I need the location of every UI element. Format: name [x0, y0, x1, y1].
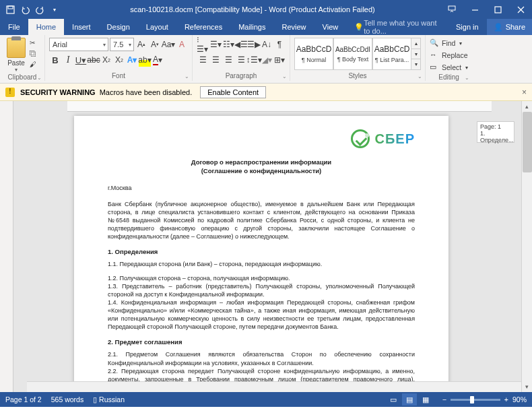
ribbon-group-clipboard: Paste ▾ ✂ ⿻ 🖌 Clipboard [0, 35, 45, 81]
close-icon[interactable] [509, 0, 532, 19]
align-right-icon[interactable]: ☰ [222, 53, 234, 67]
ribbon-group-font: Arial 7.5 A▴ A▾ Aa▾ A B I U▾ abc X2 X2 A… [45, 35, 193, 81]
tab-file[interactable]: File [0, 19, 28, 35]
subscript-button[interactable]: X2 [100, 53, 112, 67]
ribbon-tabs: File Home Insert Design Layout Reference… [0, 19, 532, 35]
font-name-selector[interactable]: Arial [49, 38, 108, 51]
status-page[interactable]: Page 1 of 2 [5, 395, 42, 404]
multilevel-icon[interactable]: ☷▾ [222, 38, 234, 51]
tab-mailings[interactable]: Mailings [230, 19, 273, 35]
style-list-para[interactable]: AaBbCcD ¶ List Para... [372, 38, 411, 70]
grow-font-icon[interactable]: A▴ [135, 38, 147, 51]
numbering-icon[interactable]: ☰▾ [209, 38, 222, 51]
horizontal-ruler[interactable] [67, 101, 492, 112]
minimize-icon[interactable] [463, 0, 486, 19]
font-size-selector[interactable]: 7.5 [110, 38, 134, 51]
vertical-scrollbar[interactable]: ▴ ▾ [521, 101, 532, 392]
style-preview: AaBbCcD [296, 44, 332, 54]
increase-indent-icon[interactable]: ☰▶ [248, 38, 260, 51]
web-layout-icon[interactable]: ▦ [418, 393, 433, 406]
tab-view[interactable]: View [314, 19, 347, 35]
borders-icon[interactable]: ⊞▾ [273, 53, 286, 67]
text-effects-icon[interactable]: A▾ [126, 53, 138, 67]
security-close-icon[interactable]: × [522, 88, 527, 97]
show-marks-icon[interactable]: ¶ [273, 38, 286, 51]
document-area: СБЕР Договор о нераспространении информа… [0, 101, 532, 392]
zoom-level[interactable]: 90% [512, 395, 527, 404]
underline-button[interactable]: U▾ [75, 53, 87, 67]
decrease-indent-icon[interactable]: ◀☰ [235, 38, 247, 51]
copy-icon[interactable]: ⿻ [30, 50, 40, 59]
line-spacing-icon[interactable]: ↕☰▾ [248, 53, 260, 67]
cut-icon[interactable]: ✂ [30, 39, 40, 49]
bold-button[interactable]: B [49, 53, 61, 67]
styles-more-icon[interactable]: ▾ [411, 59, 420, 69]
status-words[interactable]: 565 words [51, 395, 84, 404]
tab-review[interactable]: Review [274, 19, 314, 35]
zoom-out-icon[interactable]: − [442, 395, 446, 404]
find-button[interactable]: 🔍 Find▾ [430, 38, 468, 49]
justify-icon[interactable]: ☰ [235, 53, 247, 67]
document-page[interactable]: СБЕР Договор о нераспространении информа… [74, 116, 448, 392]
sort-icon[interactable]: A↓ [261, 38, 273, 51]
maximize-icon[interactable] [486, 0, 509, 19]
font-color-icon[interactable]: A▾ [152, 53, 164, 67]
italic-button[interactable]: I [62, 53, 74, 67]
tab-references[interactable]: References [176, 19, 230, 35]
security-warning-label: SECURITY WARNING [20, 88, 96, 96]
superscript-button[interactable]: X2 [113, 53, 125, 67]
vertical-ruler[interactable] [0, 101, 13, 392]
shield-warning-icon [5, 88, 15, 97]
print-layout-icon[interactable]: ▤ [402, 393, 417, 406]
zoom-in-icon[interactable]: + [504, 395, 508, 404]
scroll-up-icon[interactable]: ▴ [522, 101, 532, 112]
share-button[interactable]: 👤Share [487, 19, 532, 35]
tab-layout[interactable]: Layout [138, 19, 176, 35]
bullets-icon[interactable]: ⁝☰▾ [197, 38, 209, 51]
ribbon-options-icon[interactable] [440, 0, 463, 19]
qat-more-icon[interactable]: ▾ [48, 3, 61, 15]
clear-formatting-icon[interactable]: A [176, 38, 188, 51]
styles-scroll: ▴ ▾ ▾ [411, 38, 421, 70]
tab-design[interactable]: Design [99, 19, 138, 35]
title-line-2: (Соглашение о конфиденциальности) [108, 167, 415, 176]
style-name: ¶ Normal [302, 57, 326, 63]
style-body-text[interactable]: AaBbCcDdI ¶ Body Text [333, 38, 372, 70]
status-language[interactable]: ▯ Russian [93, 395, 125, 404]
view-buttons: ▭ ▤ ▦ [386, 393, 433, 406]
strikethrough-button[interactable]: abc [88, 53, 100, 67]
save-icon[interactable] [4, 3, 16, 15]
scroll-down-icon[interactable]: ▾ [522, 381, 532, 392]
highlight-icon[interactable]: ab▾ [139, 53, 151, 67]
enable-content-button[interactable]: Enable Content [200, 86, 266, 98]
sber-checkmark-icon [351, 129, 370, 148]
sign-in-link[interactable]: Sign in [448, 19, 487, 35]
horizontal-scrollbar[interactable] [27, 381, 521, 392]
style-normal[interactable]: AaBbCcD ¶ Normal [294, 38, 333, 70]
tell-me-placeholder: Tell me what you want to do... [364, 19, 440, 35]
replace-button[interactable]: ↔ Replace [430, 50, 468, 61]
format-painter-icon[interactable]: 🖌 [30, 61, 40, 70]
read-mode-icon[interactable]: ▭ [386, 393, 401, 406]
styles-scroll-up-icon[interactable]: ▴ [411, 38, 420, 49]
tell-me-input[interactable]: 💡 Tell me what you want to do... [346, 19, 448, 35]
align-center-icon[interactable]: ☰ [209, 53, 222, 67]
styles-gallery: AaBbCcD ¶ Normal AaBbCcDdI ¶ Body Text A… [294, 38, 421, 70]
navigation-thumbnail[interactable]: Page: 1 1. Определе... [477, 121, 514, 143]
align-left-icon[interactable]: ☰ [197, 53, 209, 67]
zoom-slider[interactable] [451, 399, 500, 401]
redo-icon[interactable] [34, 3, 46, 15]
styles-scroll-down-icon[interactable]: ▾ [411, 49, 420, 60]
shrink-font-icon[interactable]: A▾ [149, 38, 161, 51]
paste-button[interactable]: Paste ▾ [4, 36, 28, 73]
change-case-icon[interactable]: Aa▾ [162, 38, 174, 51]
document-city: г.Москва [108, 184, 415, 192]
shading-icon[interactable]: ◢▾ [261, 53, 273, 67]
scroll-thumb[interactable] [523, 112, 532, 172]
tab-home[interactable]: Home [28, 19, 64, 35]
svg-rect-2 [448, 6, 455, 10]
zoom-thumb[interactable] [470, 396, 474, 404]
select-button[interactable]: ▭ Select▾ [430, 62, 468, 73]
tab-insert[interactable]: Insert [64, 19, 99, 35]
undo-icon[interactable] [19, 3, 31, 15]
